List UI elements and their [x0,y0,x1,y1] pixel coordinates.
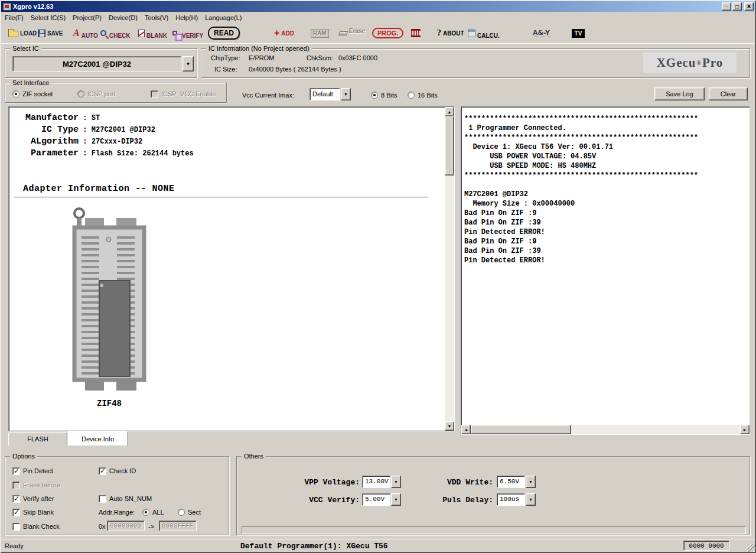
toolbar-chip-button[interactable] [411,23,421,43]
toolbar-save-button[interactable]: SAVE [38,23,63,43]
verify-icon [172,31,177,35]
brand-reg-mark: ® [697,60,702,66]
puls-delay-combo[interactable]: 100us [497,493,536,506]
menu-select-ic[interactable]: Select IC(S) [27,13,69,22]
vdd-write-label: VDD Write: [436,478,493,487]
check-id-icon [100,30,106,36]
toolbar-ram-button[interactable]: RAM [311,23,329,43]
open-folder-icon [8,31,18,37]
toolbar-auto-button[interactable]: A AUTO [73,23,98,43]
hex-prefix-label: 0x [99,523,106,530]
toolbar-add-button[interactable]: + ADD [274,23,294,43]
toolbar-blank-button[interactable]: BLANK [138,23,167,43]
algorithm-label: ALgorithm [21,136,79,147]
addr-sect-radio[interactable]: Sect [178,508,201,517]
vpp-dropdown-button[interactable] [391,476,401,488]
chip-type-label: ChipType: [211,54,240,61]
pin-detect-checkbox[interactable]: Pin Detect [12,466,53,476]
vdd-write-combo[interactable]: 6.50V [497,476,536,488]
toolbar-tv-button[interactable]: TV [572,23,585,43]
maximize-button[interactable] [732,2,742,11]
brand-name: XGecu [657,56,696,70]
vcc-verify-combo[interactable]: 5.00V [362,493,401,506]
vcc-imax-combo[interactable]: Default [309,88,351,100]
toolbar-about-button[interactable]: ? ABOUT [437,23,464,43]
scroll-down-button[interactable]: ▼ [445,421,454,431]
toolbar-prog-button[interactable]: PROG. [372,23,403,43]
verify-after-checkbox[interactable]: Verify after [12,494,54,503]
others-group: Others VPP Voltage: 13.00V VDD Write: 6.… [236,456,750,535]
app-window: Xgpro v12.63 File(F) Select IC(S) Projec… [0,0,756,553]
bits-16-radio[interactable]: 16 Bits [408,90,438,100]
addr-sect-label: Sect [188,509,201,516]
scroll-left-button[interactable]: ◄ [461,425,471,434]
addr-range-label: Addr.Range: [99,509,135,516]
erase-before-label: Erase before [23,482,60,489]
xgecu-pro-logo: XGecu®Pro [643,52,737,73]
zif-socket-radio[interactable]: ZIF socket [12,89,53,99]
toolbar-check-button[interactable]: CHECK [100,23,131,43]
tab-device-info[interactable]: Device.Info [67,431,128,446]
parameter-row: Parameter : Flash Size: 262144 bytes [21,148,194,158]
menu-device[interactable]: Device(D) [105,13,141,22]
clear-button[interactable]: Clear [709,87,748,100]
window-title: Xgpro v12.63 [13,3,722,10]
chip-icon [411,29,421,37]
scroll-right-button[interactable]: ► [740,425,750,434]
checkbox-box [99,495,106,503]
blank-check-checkbox[interactable]: Blank Check [12,522,60,531]
menu-tools[interactable]: Tools(V) [141,13,172,22]
puls-dropdown-button[interactable] [526,493,536,506]
menu-language[interactable]: Language(L) [201,13,245,22]
floppy-disk-icon [38,30,45,37]
chip-type-value: E/PROM [249,54,274,61]
toolbar-calcu-button[interactable]: CALCU. [468,23,500,43]
tv-icon: TV [572,29,585,38]
log-horizontal-scrollbar[interactable]: ◄ ► [461,425,750,434]
zif-socket-label: ZIF socket [22,90,53,97]
vcc-verify-label: VCC Verify: [296,496,360,505]
toolbar-erase-button[interactable]: Erase [339,23,365,43]
progress-bar [242,526,746,534]
toolbar-check-label: CHECK [109,32,131,39]
vpp-voltage-combo[interactable]: 13.00V [362,476,401,488]
checkbox-box [12,523,20,531]
ic-size-label: IC Size: [214,66,237,73]
minimize-button[interactable] [722,2,731,11]
left-panel-vertical-scrollbar[interactable]: ▲ ▼ [445,107,454,431]
read-button-face: READ [208,27,240,40]
vcc-dropdown-button[interactable] [391,493,401,506]
toolbar-read-button[interactable]: READ [208,23,240,43]
bits-8-radio[interactable]: 8 Bits [371,90,397,100]
scroll-thumb[interactable] [445,116,454,175]
menu-project[interactable]: Project(P) [69,13,105,22]
vdd-dropdown-button[interactable] [526,476,536,488]
selected-ic-value[interactable]: M27C2001 @DIP32 [12,56,181,71]
check-id-checkbox[interactable]: Check ID [99,466,136,476]
vcc-imax-label: Vcc Current Imax: [242,92,294,99]
toolbar-verify-button[interactable]: VERIFY [172,23,203,43]
select-ic-dropdown-button[interactable]: ▼ [183,56,194,71]
auto-sn-checkbox[interactable]: Auto SN_NUM [99,494,152,503]
vcc-imax-dropdown-button[interactable] [341,88,351,100]
toolbar-verify-label: VERIFY [182,32,203,39]
scroll-thumb[interactable] [471,425,571,434]
skip-blank-checkbox[interactable]: Skip Blank [12,508,54,517]
radio-dot [77,90,84,97]
pin-detect-label: Pin Detect [23,467,53,474]
tab-flash[interactable]: FLASH [8,432,67,445]
checkbox-box [99,467,106,475]
toolbar-ay-button[interactable]: A&-Y [533,23,550,43]
close-button[interactable] [744,2,754,11]
save-log-button[interactable]: Save Log [654,87,705,100]
menu-file[interactable]: File(F) [1,13,27,22]
toolbar-load-button[interactable]: LOAD [8,23,37,43]
menu-help[interactable]: Help(H) [172,13,201,22]
algorithm-value: 27Cxxx-DIP32 [92,138,142,146]
addr-all-radio[interactable]: ALL [142,508,164,517]
resize-grip[interactable] [747,544,755,552]
icsp-vcc-label: ICSP_VCC Enable [161,90,216,97]
checkbox-box [12,467,20,475]
titlebar[interactable]: Xgpro v12.63 [1,1,755,12]
scroll-up-button[interactable]: ▲ [445,107,454,116]
